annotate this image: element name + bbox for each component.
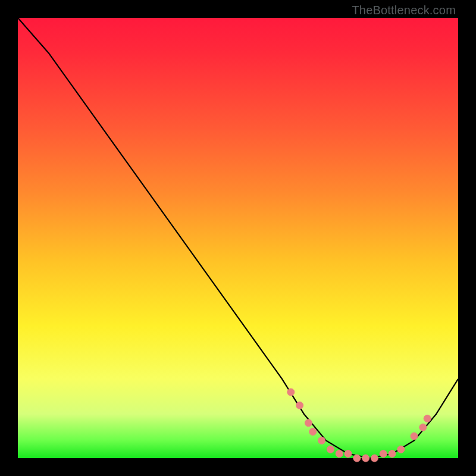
curve-marker	[336, 450, 343, 458]
curve-marker	[345, 450, 352, 458]
chart-plot-area	[18, 18, 458, 458]
curve-marker	[411, 433, 418, 440]
curve-marker	[318, 437, 325, 444]
curve-marker	[296, 402, 303, 409]
curve-marker	[424, 415, 431, 422]
curve-marker	[287, 389, 295, 396]
bottleneck-curve	[18, 18, 458, 458]
curve-marker	[380, 450, 387, 458]
curve-marker	[309, 428, 317, 436]
curve-markers	[287, 389, 431, 462]
watermark-text: TheBottleneck.com	[352, 4, 456, 17]
curve-marker	[397, 446, 405, 453]
curve-marker	[419, 424, 427, 431]
chart-svg	[18, 18, 458, 458]
curve-marker	[362, 455, 369, 462]
curve-marker	[353, 455, 361, 462]
curve-marker	[389, 450, 396, 458]
curve-marker	[305, 419, 312, 427]
chart-stage: TheBottleneck.com	[0, 0, 476, 476]
curve-marker	[371, 455, 378, 462]
curve-marker	[327, 446, 334, 453]
